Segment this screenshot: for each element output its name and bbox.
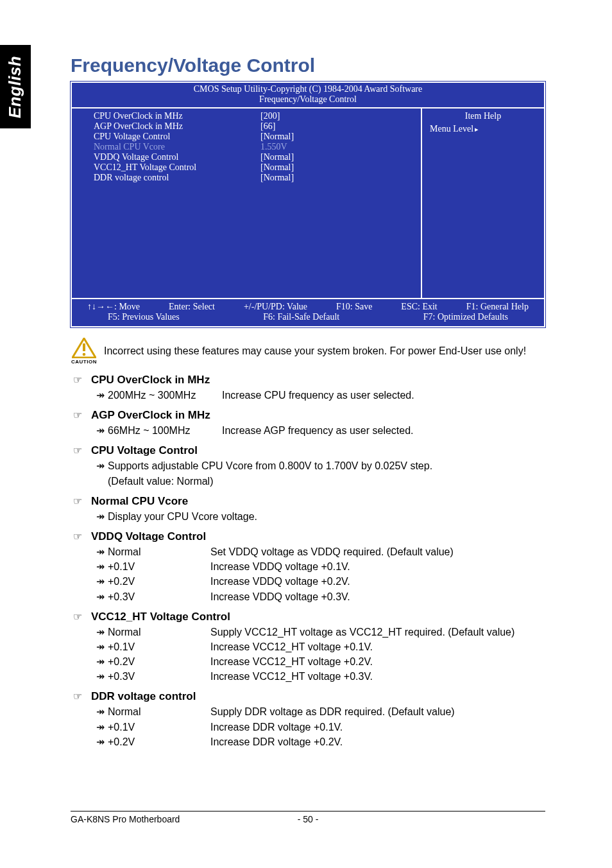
bios-setting-label: VCC12_HT Voltage Control: [94, 162, 260, 173]
bios-setting-label: VDDQ Voltage Control: [94, 152, 260, 162]
option-row: ↠+0.2VIncrease VCC12_HT voltage +0.2V.: [71, 654, 545, 669]
arrow-icon: ↠: [96, 734, 108, 749]
option-key: +0.2V: [108, 574, 210, 589]
section-heading: ☞DDR voltage control: [71, 690, 545, 703]
bios-footer-hint: +/-/PU/PD: Value: [244, 302, 307, 312]
option-value: Increase VDDQ voltage +0.3V.: [210, 589, 545, 604]
option-value: Increase VCC12_HT voltage +0.3V.: [210, 669, 545, 684]
arrow-icon: ↠: [96, 704, 108, 719]
option-value: Supply VCC12_HT voltage as VCC12_HT requ…: [210, 625, 545, 639]
bios-setting-value: 1.550V: [260, 142, 416, 152]
bios-setting-row: DDR voltage control[Normal]: [94, 173, 416, 183]
bios-footer-hint: ↑↓→←: Move: [87, 302, 140, 312]
section-heading: ☞AGP OverClock in MHz: [71, 409, 545, 422]
arrow-icon: ↠: [96, 509, 108, 524]
option-key: +0.3V: [108, 589, 210, 604]
footer-spacer: [346, 814, 545, 824]
option-sections: ☞CPU OverClock in MHz↠200MHz ~ 300MHzInc…: [71, 374, 545, 749]
page-footer: GA-K8NS Pro Motherboard - 50 -: [71, 811, 545, 824]
section-note: (Default value: Normal): [71, 474, 545, 489]
option-row: ↠NormalSupply VCC12_HT voltage as VCC12_…: [71, 625, 545, 639]
bios-footer-hint: F7: Optimized Defaults: [423, 312, 508, 322]
bios-footer: ↑↓→←: MoveEnter: Select+/-/PU/PD: ValueF…: [72, 298, 544, 326]
option-section: ☞DDR voltage control↠NormalSupply DDR vo…: [71, 690, 545, 749]
option-key: +0.1V: [108, 639, 210, 654]
page-title: Frequency/Voltage Control: [71, 55, 545, 76]
arrow-icon: ↠: [96, 544, 108, 559]
bios-setting-row: Normal CPU Vcore1.550V: [94, 142, 416, 152]
bios-setting-label: AGP OverClock in MHz: [94, 121, 260, 132]
section-title: CPU OverClock in MHz: [91, 374, 210, 386]
option-row: ↠+0.2VIncrease DDR voltage +0.2V.: [71, 734, 545, 749]
option-key: +0.1V: [108, 720, 210, 734]
bios-setting-row: AGP OverClock in MHz[66]: [94, 121, 416, 132]
bios-setting-row: CPU Voltage Control[Normal]: [94, 132, 416, 142]
option-key: Normal: [108, 704, 210, 719]
arrow-icon: ↠: [96, 423, 108, 438]
option-key: +0.2V: [108, 734, 210, 749]
option-row: ↠+0.2VIncrease VDDQ voltage +0.2V.: [71, 574, 545, 589]
item-help-label: Item Help: [430, 111, 536, 121]
bios-header-line1: CMOS Setup Utility-Copyright (C) 1984-20…: [72, 84, 544, 94]
arrow-icon: ↠: [96, 574, 108, 589]
option-row: ↠NormalSupply DDR voltage as DDR require…: [71, 704, 545, 719]
section-text: Supports adjustable CPU Vcore from 0.800…: [108, 458, 432, 473]
arrow-icon: ↠: [96, 654, 108, 669]
option-value: Supply DDR voltage as DDR required. (Def…: [210, 704, 545, 719]
bios-footer-hint: F1: General Help: [466, 302, 529, 312]
bios-setting-label: CPU OverClock in MHz: [94, 111, 260, 121]
option-row: ↠NormalSet VDDQ voltage as VDDQ required…: [71, 544, 545, 559]
hand-icon: ☞: [71, 611, 85, 623]
option-value: Increase DDR voltage +0.1V.: [210, 720, 545, 734]
option-row: ↠+0.3VIncrease VCC12_HT voltage +0.3V.: [71, 669, 545, 684]
bios-footer-hint: F5: Previous Values: [108, 312, 180, 322]
option-row: ↠+0.1VIncrease VCC12_HT voltage +0.1V.: [71, 639, 545, 654]
arrow-icon: ↠: [96, 625, 108, 639]
section-line: ↠66MHz ~ 100MHzIncrease AGP frequency as…: [71, 423, 545, 438]
option-row: ↠+0.1VIncrease DDR voltage +0.1V.: [71, 720, 545, 734]
footer-page: - 50 -: [269, 814, 346, 824]
option-section: ☞CPU Voltage Control↠Supports adjustable…: [71, 444, 545, 488]
arrow-icon: ↠: [96, 458, 108, 473]
section-heading: ☞VCC12_HT Voltage Control: [71, 611, 545, 623]
bios-screen: CMOS Setup Utility-Copyright (C) 1984-20…: [71, 82, 545, 327]
section-heading: ☞CPU Voltage Control: [71, 444, 545, 457]
caution-icon: CAUTION: [71, 338, 98, 365]
hand-icon: ☞: [71, 530, 85, 542]
option-section: ☞VDDQ Voltage Control↠NormalSet VDDQ vol…: [71, 530, 545, 604]
bios-setting-label: CPU Voltage Control: [94, 132, 260, 142]
option-range: 66MHz ~ 100MHz: [108, 423, 222, 438]
arrow-icon: ↠: [96, 559, 108, 574]
bios-setting-label: DDR voltage control: [94, 173, 260, 183]
option-section: ☞CPU OverClock in MHz↠200MHz ~ 300MHzInc…: [71, 374, 545, 403]
arrow-icon: ↠: [96, 720, 108, 734]
option-desc: Increase CPU frequency as user selected.: [222, 388, 545, 403]
option-value: Set VDDQ voltage as VDDQ required. (Defa…: [210, 544, 545, 559]
menu-level-label: Menu Level: [430, 124, 536, 134]
bios-setting-value: [66]: [260, 121, 416, 132]
section-title: VCC12_HT Voltage Control: [91, 611, 230, 623]
bios-setting-row: VDDQ Voltage Control[Normal]: [94, 152, 416, 162]
option-section: ☞VCC12_HT Voltage Control↠NormalSupply V…: [71, 611, 545, 684]
section-heading: ☞Normal CPU Vcore: [71, 495, 545, 508]
arrow-icon: ↠: [96, 388, 108, 403]
option-key: +0.2V: [108, 654, 210, 669]
bios-help-pane: Item Help Menu Level: [422, 108, 544, 298]
option-key: +0.3V: [108, 669, 210, 684]
bios-footer-hint: ESC: Exit: [401, 302, 437, 312]
hand-icon: ☞: [71, 374, 85, 386]
caution-label: CAUTION: [71, 359, 98, 365]
bios-setting-value: [200]: [260, 111, 416, 121]
arrow-icon: ↠: [96, 639, 108, 654]
option-range: 200MHz ~ 300MHz: [108, 388, 222, 403]
section-title: VDDQ Voltage Control: [91, 530, 206, 543]
section-line: ↠200MHz ~ 300MHzIncrease CPU frequency a…: [71, 388, 545, 403]
option-desc: Increase AGP frequency as user selected.: [222, 423, 545, 438]
bios-setting-label: Normal CPU Vcore: [94, 142, 260, 152]
option-row: ↠+0.3VIncrease VDDQ voltage +0.3V.: [71, 589, 545, 604]
hand-icon: ☞: [71, 495, 85, 507]
caution-text: Incorrect using these features may cause…: [104, 345, 526, 357]
option-value: Increase VCC12_HT voltage +0.1V.: [210, 639, 545, 654]
bios-footer-hint: F10: Save: [336, 302, 372, 312]
bios-footer-hint: Enter: Select: [169, 302, 215, 312]
